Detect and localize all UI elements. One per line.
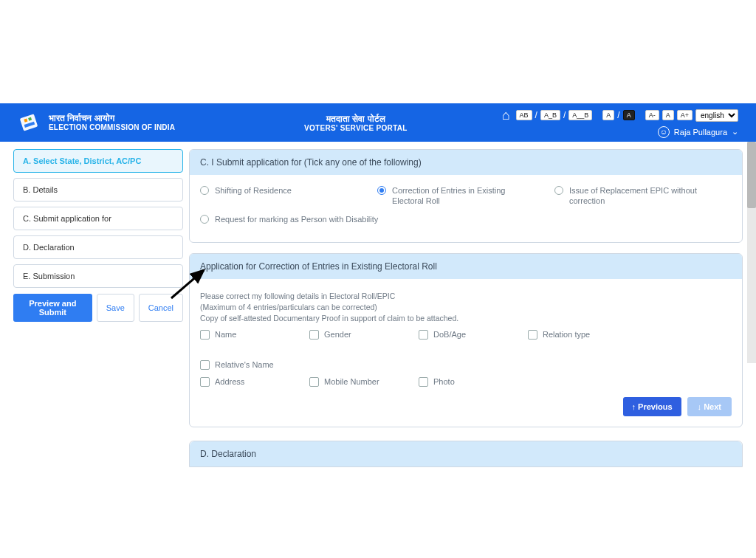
app-header: भारत निर्वाचन आयोग ELECTION COMMISSION O… [0, 103, 756, 142]
save-button[interactable]: Save [97, 294, 134, 322]
next-button[interactable]: ↓ Next [687, 397, 732, 416]
section-d-title: D. Declaration [190, 441, 742, 466]
radio-icon [200, 215, 209, 224]
chk-relation-type[interactable]: Relation type [528, 330, 616, 340]
correction-note-1: Please correct my following details in E… [200, 292, 732, 300]
chk-gender[interactable]: Gender [309, 330, 398, 340]
opt-pwd-marking[interactable]: Request for marking as Person with Disab… [200, 214, 378, 224]
opt-label: Correction of Entries in Existing Electo… [392, 185, 525, 207]
portal-title: मतदाता सेवा पोर्टल VOTERS' SERVICE PORTA… [210, 114, 502, 132]
radio-icon [377, 186, 386, 195]
preview-submit-button[interactable]: Preview and Submit [13, 294, 92, 322]
org-title-en: ELECTION COMMISSION OF INDIA [49, 123, 175, 132]
section-c-title: C. I Submit application for (Tick any on… [190, 150, 742, 175]
chevron-down-icon: ⌄ [732, 127, 738, 137]
step-e[interactable]: E. Submission [13, 264, 183, 288]
font-size-plus[interactable]: A+ [677, 110, 693, 121]
cancel-button[interactable]: Cancel [139, 294, 183, 322]
portal-title-en: VOTERS' SERVICE PORTAL [210, 124, 502, 132]
eci-logo-icon [15, 108, 43, 137]
radio-icon [554, 186, 563, 195]
chk-label: Gender [324, 330, 351, 339]
checkbox-icon [419, 377, 428, 387]
correction-note-2: (Maximum of 4 entries/particulars can be… [200, 303, 732, 311]
language-select[interactable]: english [695, 109, 738, 122]
chk-label: Name [215, 330, 236, 339]
step-b[interactable]: B. Details [13, 178, 183, 202]
slash: / [563, 110, 566, 120]
contrast-dark[interactable]: A [623, 110, 635, 121]
previous-button[interactable]: ↑ Previous [623, 397, 681, 416]
font-tool-ab[interactable]: AB [516, 110, 532, 121]
chk-label: Relation type [543, 330, 590, 339]
chk-photo[interactable]: Photo [419, 377, 507, 387]
opt-label: Shifting of Residence [215, 185, 292, 196]
chk-label: Relative's Name [215, 360, 274, 369]
checkbox-icon [419, 330, 428, 340]
opt-correction[interactable]: Correction of Entries in Existing Electo… [377, 185, 525, 207]
font-tool-a__b[interactable]: A__B [568, 110, 592, 121]
step-d[interactable]: D. Declaration [13, 235, 183, 259]
radio-icon [200, 186, 209, 195]
opt-replacement-epic[interactable]: Issue of Replacement EPIC without correc… [554, 185, 702, 207]
avatar-icon: ☺ [658, 126, 670, 138]
checkbox-icon [200, 330, 210, 340]
user-name: Raja Pullagura [674, 128, 727, 137]
checkbox-icon [528, 330, 537, 340]
opt-shifting[interactable]: Shifting of Residence [200, 185, 348, 207]
chk-mobile[interactable]: Mobile Number [309, 377, 398, 387]
form-content: C. I Submit application for (Tick any on… [189, 149, 743, 482]
step-c[interactable]: C. Submit application for [13, 207, 183, 230]
scrollbar-thumb[interactable] [747, 142, 756, 208]
opt-label: Issue of Replacement EPIC without correc… [569, 185, 702, 207]
checkbox-icon [309, 330, 319, 340]
section-c-card: C. I Submit application for (Tick any on… [189, 149, 743, 243]
step-a[interactable]: A. Select State, District, AC/PC [13, 149, 183, 173]
font-size-normal[interactable]: A [662, 110, 674, 121]
checkbox-icon [200, 360, 210, 370]
contrast-light[interactable]: A [602, 110, 614, 121]
org-block: भारत निर्वाचन आयोग ELECTION COMMISSION O… [18, 111, 210, 134]
correction-card: Application for Correction of Entries in… [189, 253, 743, 427]
chk-address[interactable]: Address [200, 377, 289, 387]
font-size-minus[interactable]: A- [645, 110, 659, 121]
correction-note-3: Copy of self-attested Documentary Proof … [200, 314, 732, 323]
svg-rect-0 [20, 114, 38, 131]
step-sidebar: A. Select State, District, AC/PC B. Deta… [13, 149, 183, 322]
header-tools: ⌂ AB / A_B / A__B A / A A- A A+ english … [502, 108, 738, 138]
portal-title-hi: मतदाता सेवा पोर्टल [210, 114, 502, 124]
home-icon[interactable]: ⌂ [502, 108, 510, 123]
main-layout: A. Select State, District, AC/PC B. Deta… [0, 142, 756, 482]
org-title-hi: भारत निर्वाचन आयोग [49, 113, 175, 123]
opt-label: Request for marking as Person with Disab… [215, 214, 378, 224]
chk-label: Mobile Number [324, 377, 379, 386]
slash: / [617, 110, 619, 120]
chk-label: DoB/Age [433, 330, 466, 339]
chk-label: Address [215, 377, 244, 386]
chk-name[interactable]: Name [200, 330, 289, 340]
correction-title: Application for Correction of Entries in… [190, 254, 742, 279]
chk-relative-name[interactable]: Relative's Name [200, 360, 303, 370]
font-tool-a_b[interactable]: A_B [540, 110, 560, 121]
whitespace-above [0, 0, 756, 103]
user-menu[interactable]: ☺ Raja Pullagura ⌄ [658, 126, 738, 138]
checkbox-icon [309, 377, 319, 387]
section-d-card: D. Declaration [189, 441, 743, 467]
chk-label: Photo [433, 377, 455, 386]
scrollbar[interactable] [747, 142, 756, 363]
chk-dob[interactable]: DoB/Age [419, 330, 507, 340]
checkbox-icon [200, 377, 210, 387]
slash: / [535, 110, 537, 120]
